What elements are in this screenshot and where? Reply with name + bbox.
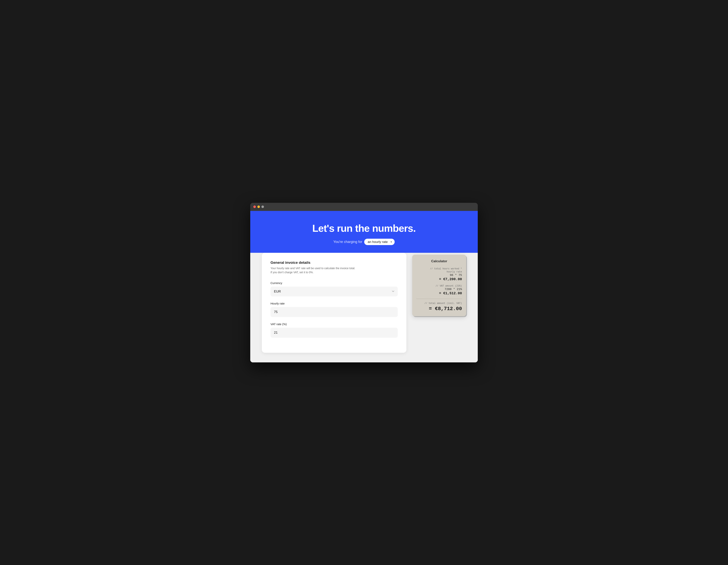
form-section-title: General invoice details [270, 260, 398, 265]
minimize-button[interactable] [257, 205, 260, 208]
calculator-title: Calculator [416, 259, 462, 263]
calc-formula2: 7200 * 21% [416, 288, 462, 291]
charging-type-select[interactable]: an hourly rate a fixed price per item [364, 239, 395, 245]
calc-result2: = €1,512.00 [416, 292, 462, 295]
currency-label: Currency [270, 281, 398, 285]
form-desc-line1: Your hourly rate and VAT rate will be us… [270, 267, 355, 270]
vat-rate-label: VAT rate (%) [270, 323, 398, 326]
calc-comment1b: hourly rate [416, 270, 462, 273]
calc-total-result: = €8,712.00 [416, 306, 462, 312]
close-button[interactable] [253, 205, 256, 208]
calc-comment1: // total hours worked * [416, 267, 462, 270]
main-area: General invoice details Your hourly rate… [250, 253, 478, 363]
form-card: General invoice details Your hourly rate… [262, 253, 406, 353]
form-desc-line2: If you don't charge VAT, set it to 0%. [270, 271, 313, 274]
app-content: Let's run the numbers. You're charging f… [250, 211, 478, 363]
titlebar [250, 203, 478, 211]
vat-rate-input[interactable] [270, 328, 398, 338]
calculator-card: Calculator // total hours worked * hourl… [412, 255, 466, 316]
vat-rate-field-group: VAT rate (%) [270, 323, 398, 338]
subtitle-prefix: You're charging for [333, 240, 362, 244]
calc-total-comment: // total amount (incl. VAT) [416, 302, 462, 305]
calc-comment2: // VAT amount (21%) [416, 285, 462, 287]
fullscreen-button[interactable] [261, 205, 264, 208]
hourly-rate-field-group: Hourly rate [270, 302, 398, 317]
currency-select[interactable]: EUR USD GBP JPY [270, 287, 398, 297]
calc-result1: = €7,200.00 [416, 277, 462, 281]
hourly-rate-input[interactable] [270, 307, 398, 317]
hero-title: Let's run the numbers. [258, 222, 470, 234]
calc-formula1: 96 * 75 [416, 273, 462, 277]
form-section-desc: Your hourly rate and VAT rate will be us… [270, 266, 398, 274]
hourly-rate-label: Hourly rate [270, 302, 398, 305]
currency-field-group: Currency EUR USD GBP JPY [270, 281, 398, 297]
app-window: Let's run the numbers. You're charging f… [250, 203, 478, 363]
hero-subtitle: You're charging for an hourly rate a fix… [258, 239, 470, 245]
charging-type-wrapper[interactable]: an hourly rate a fixed price per item [364, 239, 395, 245]
